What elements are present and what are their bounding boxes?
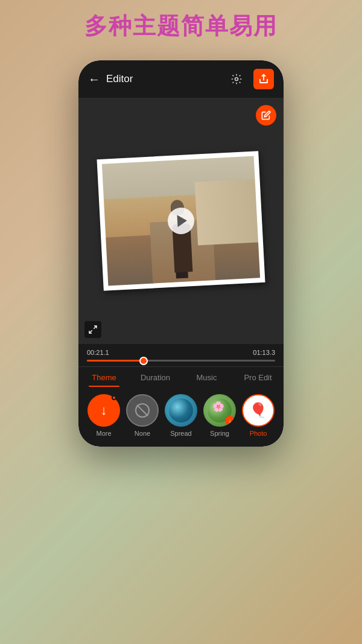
- top-icons: [227, 69, 274, 89]
- theme-photo-label: Photo: [250, 430, 267, 437]
- tab-pro-edit[interactable]: Pro Edit: [232, 367, 284, 387]
- theme-none-circle: [126, 394, 159, 427]
- themes-row: ↓ More None: [84, 394, 278, 437]
- share-button[interactable]: [253, 69, 274, 89]
- theme-spring-circle: 🌸 ↓: [203, 394, 236, 427]
- tab-duration[interactable]: Duration: [130, 367, 181, 387]
- theme-spread-label: Spread: [170, 430, 191, 437]
- svg-line-2: [94, 326, 97, 329]
- theme-more-label: More: [96, 430, 111, 437]
- theme-spring[interactable]: 🌸 ↓ Spring: [203, 394, 236, 437]
- title-bar: 多种主题简单易用: [0, 11, 362, 42]
- theme-more-circle: ↓: [87, 394, 120, 427]
- timeline-bar: 00:21.1 01:13.3: [78, 344, 284, 366]
- editor-title: Editor: [106, 73, 227, 85]
- svg-line-3: [89, 330, 92, 333]
- theme-photo-circle: 🎈: [242, 394, 275, 427]
- progress-track[interactable]: [87, 360, 275, 362]
- settings-button[interactable]: [227, 69, 246, 89]
- total-time: 01:13.3: [253, 349, 275, 356]
- svg-point-0: [235, 78, 238, 81]
- progress-fill: [87, 360, 144, 362]
- theme-none[interactable]: None: [126, 394, 159, 437]
- balloons-icon: 🎈: [249, 402, 267, 419]
- top-bar: ← Editor: [78, 60, 284, 98]
- video-area: [78, 98, 284, 344]
- svg-line-5: [137, 405, 148, 416]
- theme-photo[interactable]: 🎈 Photo: [242, 394, 275, 437]
- theme-more[interactable]: ↓ More: [87, 394, 120, 437]
- time-labels: 00:21.1 01:13.3: [87, 349, 275, 356]
- tab-music[interactable]: Music: [181, 367, 232, 387]
- theme-spread-circle: [165, 394, 197, 427]
- expand-button[interactable]: [84, 321, 101, 338]
- phone-frame: ← Editor: [78, 60, 284, 447]
- edit-fab-button[interactable]: [256, 105, 276, 126]
- slash-icon: [134, 402, 151, 419]
- tab-bar: Theme Duration Music Pro Edit: [78, 366, 284, 387]
- progress-thumb[interactable]: [139, 357, 148, 365]
- theme-selector: ↓ More None: [78, 387, 284, 447]
- dot-indicator: [112, 395, 116, 400]
- theme-none-label: None: [135, 430, 150, 437]
- tab-theme[interactable]: Theme: [78, 367, 130, 387]
- photo-container: [100, 153, 263, 288]
- back-button[interactable]: ←: [88, 72, 100, 86]
- down-arrow-icon: ↓: [101, 403, 107, 418]
- main-title: 多种主题简单易用: [0, 11, 362, 42]
- theme-spread[interactable]: Spread: [165, 394, 197, 437]
- theme-spring-label: Spring: [210, 430, 229, 437]
- play-icon: [177, 215, 187, 228]
- spring-download-icon: ↓: [225, 416, 235, 426]
- phone-screen: ← Editor: [78, 60, 284, 447]
- current-time: 00:21.1: [87, 349, 109, 356]
